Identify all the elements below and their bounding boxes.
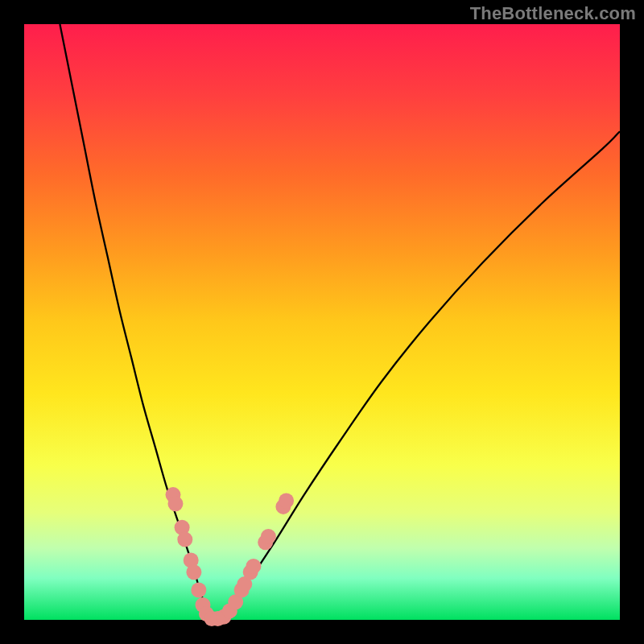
curve-right: [212, 131, 620, 620]
data-marker: [186, 564, 201, 580]
data-marker: [191, 583, 206, 598]
data-marker: [246, 559, 261, 574]
data-marker: [279, 493, 294, 509]
data-marker: [167, 496, 183, 511]
marker-group: [166, 487, 295, 626]
data-marker: [177, 532, 192, 547]
data-marker: [261, 529, 276, 544]
plot-area: [24, 24, 620, 620]
chart-svg: [24, 24, 620, 620]
chart-frame: TheBottleneck.com: [0, 0, 644, 644]
watermark-text: TheBottleneck.com: [470, 3, 636, 24]
